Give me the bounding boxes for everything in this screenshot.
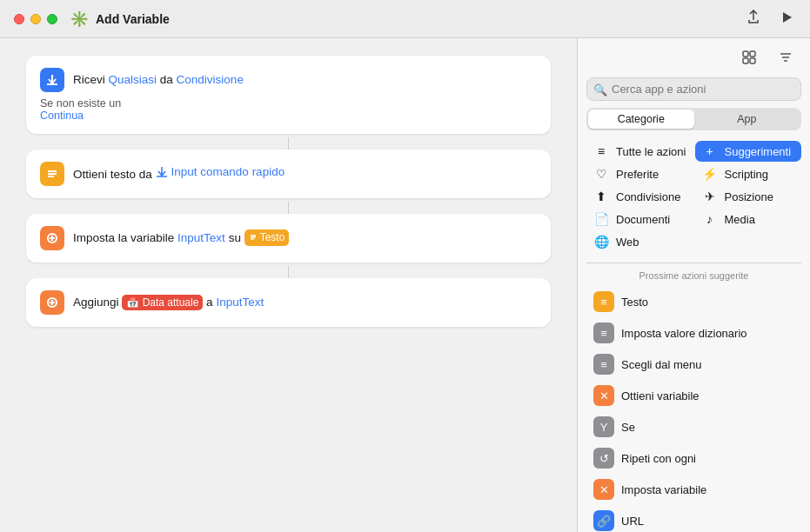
label-da: da bbox=[160, 73, 177, 86]
svg-rect-14 bbox=[750, 51, 755, 57]
card-icon-imposta bbox=[40, 226, 64, 250]
sug-scegli-menu[interactable]: ≡ Scegli dal menu bbox=[586, 349, 801, 380]
fullscreen-button[interactable] bbox=[47, 14, 57, 24]
card-ottieni[interactable]: Ottieni testo da Input comando rapido bbox=[26, 150, 551, 198]
input-cmd-token[interactable]: Input comando rapido bbox=[156, 164, 285, 181]
main-content: Ricevi Qualsiasi da Condivisione Se non … bbox=[0, 38, 810, 532]
search-bar: 🔍 bbox=[586, 77, 801, 101]
label-aggiungi: Aggiungi bbox=[73, 296, 122, 309]
cat-scripting[interactable]: ⚡ Scripting bbox=[695, 163, 802, 184]
svg-rect-16 bbox=[750, 58, 755, 63]
sug-scegli-menu-label: Scegli dal menu bbox=[621, 358, 702, 371]
card-text-imposta: Imposta la variabile InputText su Testo bbox=[73, 229, 289, 247]
library-button[interactable] bbox=[737, 47, 761, 72]
svg-rect-13 bbox=[743, 51, 748, 57]
connector-3 bbox=[288, 266, 289, 278]
label-ricevi: Ricevi bbox=[73, 73, 109, 86]
cat-posizione[interactable]: ✈ Posizione bbox=[695, 186, 802, 207]
sug-imposta-var[interactable]: ✕ Imposta variabile bbox=[586, 474, 801, 505]
label-su: su bbox=[229, 231, 244, 244]
scripting-icon: ⚡ bbox=[702, 167, 718, 181]
inputtext-token[interactable]: InputText bbox=[177, 231, 225, 244]
sug-url-icon: 🔗 bbox=[593, 510, 614, 531]
card-icon-aggiungi bbox=[40, 290, 64, 315]
svg-marker-0 bbox=[783, 12, 792, 23]
cat-preferite-label: Preferite bbox=[616, 168, 659, 181]
cat-media-label: Media bbox=[725, 213, 755, 226]
card-header-imposta: Imposta la variabile InputText su Testo bbox=[40, 226, 537, 250]
card-ricevi[interactable]: Ricevi Qualsiasi da Condivisione Se non … bbox=[26, 56, 551, 134]
search-input[interactable] bbox=[586, 77, 801, 101]
card-header-aggiungi: Aggiungi 📅 Data attuale a InputText bbox=[40, 290, 537, 315]
tab-bar: Categorie App bbox=[586, 108, 801, 130]
traffic-lights bbox=[14, 14, 57, 24]
cat-suggerimenti[interactable]: + Suggerimenti bbox=[695, 141, 802, 162]
sug-ottieni-var-label: Ottieni variabile bbox=[621, 389, 700, 402]
cat-condivisione[interactable]: ⬆ Condivisione bbox=[586, 186, 693, 207]
connector-1 bbox=[288, 137, 289, 150]
cat-tutte[interactable]: ≡ Tutte le azioni bbox=[586, 141, 693, 162]
sug-testo-label: Testo bbox=[621, 296, 648, 309]
sug-se-icon: Y bbox=[593, 416, 614, 437]
testo-tag[interactable]: Testo bbox=[244, 229, 290, 246]
minimize-button[interactable] bbox=[30, 14, 41, 24]
connector-2 bbox=[288, 202, 289, 214]
cat-suggerimenti-label: Suggerimenti bbox=[725, 145, 792, 158]
titlebar-actions bbox=[744, 8, 796, 30]
sug-ottieni-var[interactable]: ✕ Ottieni variabile bbox=[586, 380, 801, 411]
qualsiasi-token[interactable]: Qualsiasi bbox=[109, 73, 157, 86]
card-aggiungi[interactable]: Aggiungi 📅 Data attuale a InputText bbox=[26, 278, 551, 327]
preferite-icon: ♡ bbox=[593, 167, 609, 181]
right-panel: 🔍 Categorie App ≡ Tutte le azioni + Sugg… bbox=[577, 38, 810, 532]
condivisione-token[interactable]: Condivisione bbox=[177, 73, 244, 86]
continua-link[interactable]: Continua bbox=[40, 110, 84, 122]
panel-header-icons bbox=[578, 38, 810, 77]
workflow-panel: Ricevi Qualsiasi da Condivisione Se non … bbox=[0, 38, 577, 532]
cat-scripting-label: Scripting bbox=[725, 168, 769, 181]
card-text-ottieni: Ottieni testo da Input comando rapido bbox=[73, 164, 285, 183]
cat-web-label: Web bbox=[616, 236, 639, 249]
sug-se[interactable]: Y Se bbox=[586, 411, 801, 442]
sug-url[interactable]: 🔗 URL bbox=[586, 505, 801, 532]
sug-testo-icon: ≡ bbox=[593, 291, 614, 312]
card-header: Ricevi Qualsiasi da Condivisione bbox=[40, 68, 537, 92]
documenti-icon: 📄 bbox=[593, 212, 609, 226]
share-button[interactable] bbox=[744, 8, 763, 30]
app-icon: ✳️ bbox=[70, 10, 89, 29]
cat-documenti[interactable]: 📄 Documenti bbox=[586, 209, 693, 229]
sug-imposta-var-icon: ✕ bbox=[593, 479, 614, 500]
sug-imposta-diz[interactable]: ≡ Imposta valore dizionario bbox=[586, 317, 801, 349]
condivisione-icon: ⬆ bbox=[593, 190, 609, 203]
play-button[interactable] bbox=[777, 8, 796, 30]
sug-ottieni-var-icon: ✕ bbox=[593, 385, 614, 406]
data-attuale-tag[interactable]: 📅 Data attuale bbox=[122, 295, 203, 311]
close-button[interactable] bbox=[14, 14, 24, 24]
label-ottieni: Ottieni testo da bbox=[73, 168, 156, 181]
sug-imposta-diz-label: Imposta valore dizionario bbox=[621, 327, 747, 340]
cat-web[interactable]: 🌐 Web bbox=[586, 231, 693, 252]
card-text-ricevi: Ricevi Qualsiasi da Condivisione bbox=[73, 72, 244, 89]
card-icon-ottieni bbox=[40, 162, 64, 186]
inputtext-token-2[interactable]: InputText bbox=[216, 296, 264, 309]
card-sub-ricevi: Se non esiste un Continua bbox=[40, 97, 537, 122]
sug-se-label: Se bbox=[621, 421, 635, 434]
label-a: a bbox=[206, 296, 216, 309]
sug-imposta-var-label: Imposta variabile bbox=[621, 483, 706, 496]
sug-ripeti[interactable]: ↺ Ripeti con ogni bbox=[586, 442, 801, 474]
cat-tutte-label: Tutte le azioni bbox=[616, 145, 686, 158]
card-icon-ricevi bbox=[40, 68, 64, 92]
cat-documenti-label: Documenti bbox=[616, 213, 670, 226]
card-imposta[interactable]: Imposta la variabile InputText su Testo bbox=[26, 214, 551, 263]
tab-app[interactable]: App bbox=[694, 110, 800, 129]
cat-media[interactable]: ♪ Media bbox=[695, 209, 802, 229]
cat-preferite[interactable]: ♡ Preferite bbox=[586, 163, 693, 184]
sug-url-label: URL bbox=[621, 515, 644, 528]
cat-condivisione-label: Condivisione bbox=[616, 190, 680, 203]
divider bbox=[586, 263, 801, 263]
tab-categorie[interactable]: Categorie bbox=[588, 110, 694, 129]
sug-ripeti-label: Ripeti con ogni bbox=[621, 452, 696, 465]
svg-rect-15 bbox=[743, 58, 748, 63]
sug-testo[interactable]: ≡ Testo bbox=[586, 286, 801, 317]
posizione-icon: ✈ bbox=[702, 190, 718, 203]
filter-button[interactable] bbox=[773, 47, 798, 72]
